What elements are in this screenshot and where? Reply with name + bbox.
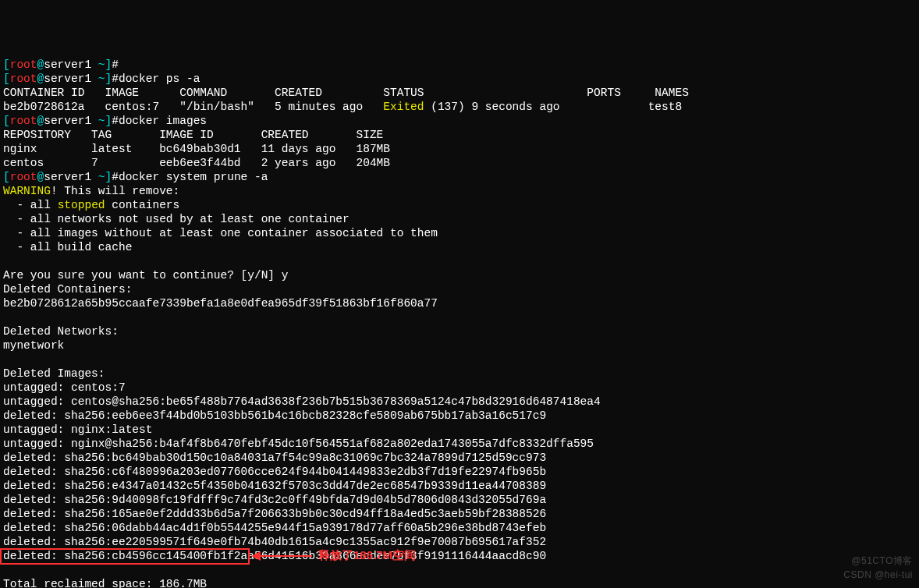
warn-bullet-3: - all images without at least one contai… bbox=[3, 227, 438, 239]
deleted-containers-header: Deleted Containers: bbox=[3, 283, 132, 296]
terminal-output: [root@server1 ~]# [root@server1 ~]#docke… bbox=[3, 58, 916, 588]
warn-bullet-1b: containers bbox=[105, 199, 180, 211]
warn-bullet-4: - all build cache bbox=[3, 241, 132, 253]
deleted-image-08: deleted: sha256:e4347a01432c5f4350b04163… bbox=[3, 480, 546, 492]
annotation-arrow-head-icon bbox=[251, 551, 261, 561]
annotation-box bbox=[0, 548, 250, 565]
ps-row-1-status: Exited bbox=[383, 101, 424, 113]
deleted-image-04: untagged: nginx:latest bbox=[3, 423, 152, 436]
deleted-image-11: deleted: sha256:06dabb44ac4d1f0b5544255e… bbox=[3, 522, 546, 534]
cmd-docker-images[interactable]: docker images bbox=[119, 115, 207, 127]
deleted-image-03: deleted: sha256:eeb6ee3f44bd0b5103bb561b… bbox=[3, 409, 546, 422]
annotation-arrow-line bbox=[257, 555, 312, 557]
annotation-text: 释放了186.7M空间 bbox=[318, 548, 416, 562]
prompt-host: server1 bbox=[44, 58, 91, 71]
total-reclaimed: Total reclaimed space: 186.7MB bbox=[3, 578, 207, 588]
deleted-image-02: untagged: centos@sha256:be65f488b7764ad3… bbox=[3, 395, 601, 408]
prompt-dir: ~ bbox=[91, 58, 105, 71]
warn-stopped: stopped bbox=[58, 199, 105, 211]
warning-text: ! This will remove: bbox=[51, 185, 179, 197]
deleted-image-10: deleted: sha256:165ae0ef2ddd33b6d5a7f206… bbox=[3, 508, 546, 520]
deleted-image-05: untagged: nginx@sha256:b4af4f8b6470febf4… bbox=[3, 437, 594, 450]
deleted-images-header: Deleted Images: bbox=[3, 367, 105, 380]
deleted-image-01: untagged: centos:7 bbox=[3, 381, 126, 394]
cmd-docker-ps[interactable]: docker ps -a bbox=[119, 73, 200, 85]
deleted-image-09: deleted: sha256:9d40098fc19fdfff9c74fd3c… bbox=[3, 494, 546, 506]
deleted-image-06: deleted: sha256:bc649bab30d150c10a84031a… bbox=[3, 452, 546, 464]
deleted-networks-header: Deleted Networks: bbox=[3, 325, 119, 338]
cmd-docker-prune[interactable]: docker system prune -a bbox=[119, 171, 268, 183]
prompt-hash: # bbox=[112, 58, 119, 71]
confirm-prompt[interactable]: Are you sure you want to continue? [y/N]… bbox=[3, 269, 288, 282]
warning-label: WARNING bbox=[3, 185, 51, 197]
prompt-user: root bbox=[10, 58, 37, 71]
images-header: REPOSITORY TAG IMAGE ID CREATED SIZE bbox=[3, 129, 383, 141]
watermark-1: @51CTO博客 bbox=[851, 554, 913, 568]
prompt-close: ] bbox=[105, 58, 112, 71]
deleted-image-12: deleted: sha256:ee220599571f649e0fb74b40… bbox=[3, 536, 546, 548]
ps-header: CONTAINER ID IMAGE COMMAND CREATED STATU… bbox=[3, 87, 689, 99]
warn-bullet-2: - all networks not used by at least one … bbox=[3, 213, 350, 225]
deleted-network-1: mynetwork bbox=[3, 339, 64, 352]
images-row-1: nginx latest bc649bab30d1 11 days ago 18… bbox=[3, 143, 390, 155]
prompt-at: @ bbox=[37, 58, 44, 71]
warn-bullet-1a: - all bbox=[3, 199, 58, 211]
images-row-2: centos 7 eeb6ee3f44bd 2 years ago 204MB bbox=[3, 157, 390, 169]
ps-row-1a: be2b0728612a centos:7 "/bin/bash" 5 minu… bbox=[3, 101, 383, 113]
deleted-container-1: be2b0728612a65b95ccaafe7339befa1a8e0dfea… bbox=[3, 297, 438, 310]
ps-row-1b: (137) 9 seconds ago test8 bbox=[424, 101, 683, 113]
deleted-image-07: deleted: sha256:c6f480996a203ed077606cce… bbox=[3, 466, 546, 478]
watermark-2: CSDN @hei-tui bbox=[843, 568, 913, 582]
prompt-open: [ bbox=[3, 58, 10, 71]
